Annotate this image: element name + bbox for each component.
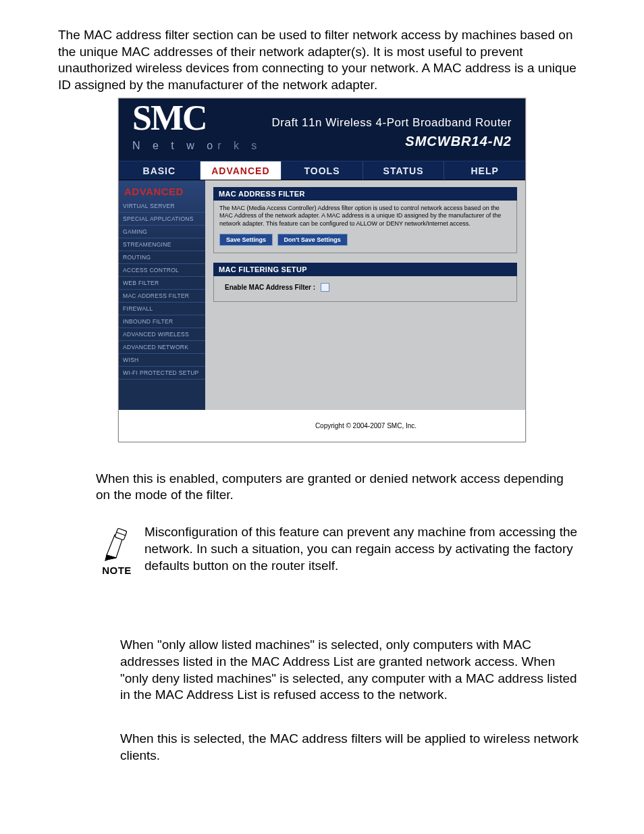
router-header: SMC N e t w or k s Draft 11n Wireless 4-… — [119, 99, 525, 161]
sidebar-item-web-filter[interactable]: WEB FILTER — [119, 277, 205, 290]
wireless-description: When this is selected, the MAC address f… — [120, 731, 593, 764]
mac-filter-description: The MAC (Media Access Controller) Addres… — [219, 205, 511, 228]
logo-subtext: N e t w or k s — [132, 140, 261, 152]
sidebar-item-virtual-server[interactable]: VIRTUAL SERVER — [119, 200, 205, 213]
logo-text: SMC — [132, 103, 261, 134]
sidebar-item-advanced-wireless[interactable]: ADVANCED WIRELESS — [119, 328, 205, 341]
section-title-mac-filter: MAC ADDRESS FILTER — [213, 187, 517, 201]
enable-description: When this is enabled, computers are gran… — [96, 471, 568, 504]
note-icon: NOTE — [96, 524, 138, 576]
allow-deny-description: When "only allow listed machines" is sel… — [120, 637, 586, 704]
sidebar-item-firewall[interactable]: FIREWALL — [119, 303, 205, 315]
smc-logo: SMC N e t w or k s — [132, 103, 261, 152]
sidebar-item-inbound-filter[interactable]: INBOUND FILTER — [119, 315, 205, 328]
intro-paragraph: The MAC address filter section can be us… — [58, 27, 586, 94]
note-label: NOTE — [96, 565, 138, 576]
router-ui-screenshot: SMC N e t w or k s Draft 11n Wireless 4-… — [118, 98, 526, 442]
sidebar-item-wish[interactable]: WISH — [119, 354, 205, 367]
main-nav: BASIC ADVANCED TOOLS STATUS HELP — [119, 161, 525, 180]
sidebar-item-special-applications[interactable]: SPECIAL APPLICATIONS — [119, 213, 205, 226]
section-title-mac-filtering-setup: MAC FILTERING SETUP — [213, 263, 517, 276]
sidebar-item-streamengine[interactable]: STREAMENGINE — [119, 238, 205, 251]
dont-save-settings-button[interactable]: Don't Save Settings — [277, 234, 348, 246]
nav-tools[interactable]: TOOLS — [281, 161, 363, 180]
router-model: SMCWBR14-N2 — [272, 134, 512, 149]
nav-help[interactable]: HELP — [444, 161, 525, 180]
save-settings-button[interactable]: Save Settings — [219, 234, 273, 246]
sidebar-heading: ADVANCED — [119, 184, 205, 200]
copyright-text: Copyright © 2004-2007 SMC, Inc. — [119, 410, 525, 442]
sidebar: ADVANCED VIRTUAL SERVER SPECIAL APPLICAT… — [119, 180, 205, 410]
enable-mac-filter-label: Enable MAC Address Filter : — [225, 284, 315, 291]
note-block: NOTE Misconfiguration of this feature ca… — [96, 524, 582, 576]
nav-advanced[interactable]: ADVANCED — [200, 161, 282, 180]
content-area: MAC ADDRESS FILTER The MAC (Media Access… — [205, 180, 525, 410]
sidebar-item-advanced-network[interactable]: ADVANCED NETWORK — [119, 341, 205, 354]
sidebar-item-wifi-protected-setup[interactable]: WI-FI PROTECTED SETUP — [119, 367, 205, 380]
nav-basic[interactable]: BASIC — [119, 161, 200, 180]
sidebar-item-access-control[interactable]: ACCESS CONTROL — [119, 264, 205, 277]
sidebar-item-mac-address-filter[interactable]: MAC ADDRESS FILTER — [119, 290, 205, 303]
note-text: Misconfiguration of this feature can pre… — [144, 524, 582, 574]
nav-status[interactable]: STATUS — [363, 161, 445, 180]
enable-mac-filter-checkbox[interactable] — [321, 283, 329, 292]
sidebar-item-gaming[interactable]: GAMING — [119, 226, 205, 238]
router-title: Draft 11n Wireless 4-Port Broadband Rout… — [272, 116, 512, 130]
sidebar-item-routing[interactable]: ROUTING — [119, 251, 205, 264]
